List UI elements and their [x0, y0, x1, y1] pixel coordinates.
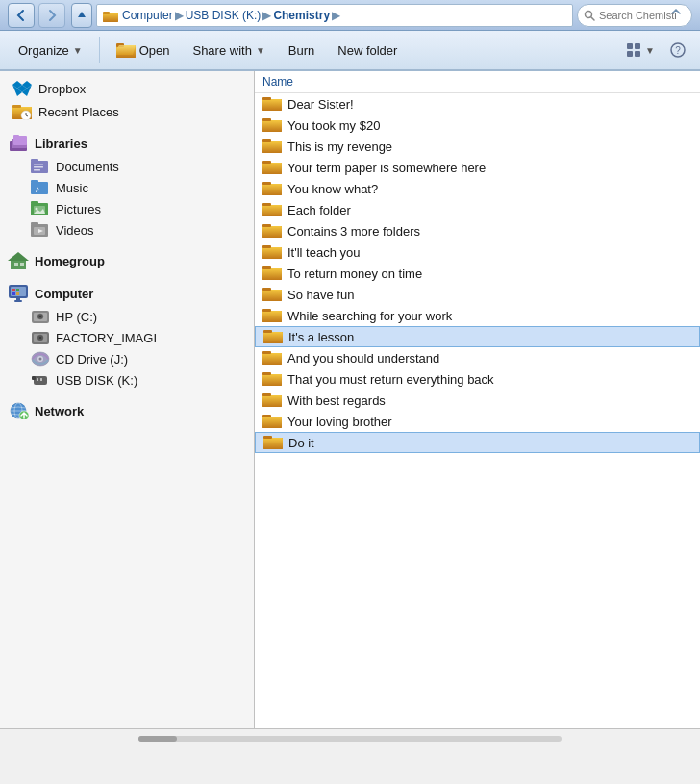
- file-name: To return money on time: [288, 266, 422, 281]
- share-button[interactable]: Share with ▼: [182, 34, 275, 66]
- file-item-6[interactable]: Contains 3 more folders: [255, 220, 700, 241]
- libraries-label: Libraries: [35, 137, 88, 151]
- file-item-14[interactable]: With best regards: [255, 390, 700, 411]
- view-button[interactable]: ▼: [619, 34, 662, 66]
- burn-button[interactable]: Burn: [278, 34, 325, 66]
- file-item-10[interactable]: While searching for your work: [255, 305, 700, 326]
- open-button[interactable]: Open: [106, 34, 181, 66]
- file-name: It's a lesson: [288, 330, 354, 344]
- folder-icon: [262, 160, 282, 175]
- file-item-5[interactable]: Each folder: [255, 199, 700, 220]
- breadcrumb-usb[interactable]: USB DISK (K:): [186, 9, 262, 22]
- sidebar-item-factory[interactable]: FACTORY_IMAGI: [0, 327, 254, 348]
- sidebar-item-libraries[interactable]: Libraries: [0, 131, 254, 156]
- svg-rect-113: [262, 353, 282, 365]
- svg-rect-120: [262, 393, 271, 396]
- forward-button[interactable]: [38, 3, 65, 28]
- file-item-15[interactable]: Your loving brother: [255, 411, 700, 432]
- file-item-1[interactable]: You took my $20: [255, 114, 700, 136]
- drive-factory-icon: [31, 330, 50, 345]
- file-item-2[interactable]: This is my revenge: [255, 136, 700, 157]
- breadcrumb[interactable]: Computer ▶ USB DISK (K:) ▶ Chemistry ▶: [96, 4, 573, 27]
- svg-rect-30: [31, 159, 38, 162]
- svg-rect-93: [262, 203, 271, 206]
- svg-rect-127: [138, 736, 562, 742]
- toolbar-separator-1: [99, 37, 100, 63]
- help-button[interactable]: ?: [663, 34, 692, 66]
- file-name: It'll teach you: [288, 245, 360, 260]
- file-item-13[interactable]: That you must return everything back: [255, 368, 700, 390]
- breadcrumb-chemistry[interactable]: Chemistry: [273, 9, 330, 22]
- sidebar-item-recent-places[interactable]: Recent Places: [0, 100, 254, 123]
- svg-point-67: [39, 358, 42, 361]
- homegroup-label: Homegroup: [35, 254, 105, 268]
- sidebar-item-pictures[interactable]: Pictures: [0, 198, 254, 219]
- folder-icon: [262, 223, 282, 239]
- file-item-7[interactable]: It'll teach you: [255, 241, 700, 263]
- breadcrumb-computer[interactable]: Computer: [122, 9, 173, 22]
- videos-icon: [31, 222, 50, 238]
- sidebar-item-drive-k[interactable]: USB DISK (K:): [0, 369, 254, 391]
- svg-rect-83: [262, 141, 282, 153]
- file-name: Do it: [288, 436, 314, 450]
- up-button[interactable]: [71, 3, 92, 28]
- column-header[interactable]: Name: [255, 71, 700, 93]
- sidebar-item-dropbox[interactable]: Dropbox: [0, 77, 254, 100]
- search-input[interactable]: [599, 10, 676, 21]
- file-item-16[interactable]: Do it: [255, 432, 700, 453]
- horizontal-scrollbar[interactable]: [8, 732, 692, 747]
- file-item-0[interactable]: Dear Sister!: [255, 93, 700, 114]
- folder-icon: [262, 139, 282, 154]
- svg-rect-53: [12, 292, 15, 295]
- file-name: That you must return everything back: [288, 372, 494, 387]
- drive-c-icon: [31, 309, 50, 324]
- svg-rect-33: [34, 169, 40, 171]
- folder-icon: [262, 202, 282, 217]
- svg-rect-47: [14, 263, 18, 266]
- sidebar-item-computer[interactable]: Computer: [0, 281, 254, 306]
- pictures-label: Pictures: [56, 202, 101, 216]
- svg-line-4: [591, 16, 595, 20]
- folder-icon: [262, 266, 282, 281]
- organize-arrow: ▼: [73, 45, 83, 56]
- folder-icon: [262, 392, 282, 408]
- open-folder-icon: [116, 41, 136, 59]
- sidebar-item-homegroup[interactable]: Homegroup: [0, 248, 254, 273]
- back-button[interactable]: [8, 3, 35, 28]
- sidebar-spacer-3: [0, 273, 254, 281]
- organize-button[interactable]: Organize ▼: [8, 34, 93, 66]
- view-options: ▼: [619, 34, 662, 66]
- svg-rect-71: [40, 378, 42, 381]
- file-item-4[interactable]: You know what?: [255, 178, 700, 199]
- file-item-12[interactable]: And you should understand: [255, 347, 700, 368]
- content-area: Name Dear Sister! You took my $20 This i…: [255, 71, 700, 728]
- svg-point-60: [39, 316, 41, 317]
- network-icon: [8, 402, 29, 419]
- file-item-8[interactable]: To return money on time: [255, 263, 700, 284]
- sidebar-item-music[interactable]: ♪ Music: [0, 177, 254, 198]
- svg-rect-99: [262, 245, 271, 248]
- file-item-9[interactable]: So have fun: [255, 284, 700, 305]
- folder-icon: [262, 350, 282, 366]
- svg-rect-69: [32, 376, 36, 380]
- svg-rect-31: [34, 164, 43, 165]
- name-column-label[interactable]: Name: [262, 75, 293, 89]
- sidebar-spacer-2: [0, 240, 254, 248]
- factory-label: FACTORY_IMAGI: [56, 331, 157, 345]
- sidebar-item-documents[interactable]: Documents: [0, 156, 254, 177]
- svg-rect-111: [263, 330, 272, 333]
- svg-rect-38: [31, 201, 38, 204]
- sidebar-item-drive-j[interactable]: CD Drive (J:): [0, 348, 254, 369]
- organize-label: Organize: [18, 43, 69, 58]
- sidebar-item-network[interactable]: Network: [0, 398, 254, 423]
- svg-rect-105: [262, 288, 271, 291]
- svg-text:♪: ♪: [35, 183, 40, 194]
- file-item-11[interactable]: It's a lesson: [255, 326, 700, 347]
- file-item-3[interactable]: Your term paper is somewhere here: [255, 157, 700, 178]
- file-name: You took my $20: [288, 118, 380, 133]
- folder-icon: [262, 371, 282, 387]
- new-folder-button[interactable]: New folder: [327, 34, 408, 66]
- sidebar-item-videos[interactable]: Videos: [0, 219, 254, 240]
- homegroup-icon: [8, 252, 29, 269]
- sidebar-item-drive-c[interactable]: HP (C:): [0, 306, 254, 327]
